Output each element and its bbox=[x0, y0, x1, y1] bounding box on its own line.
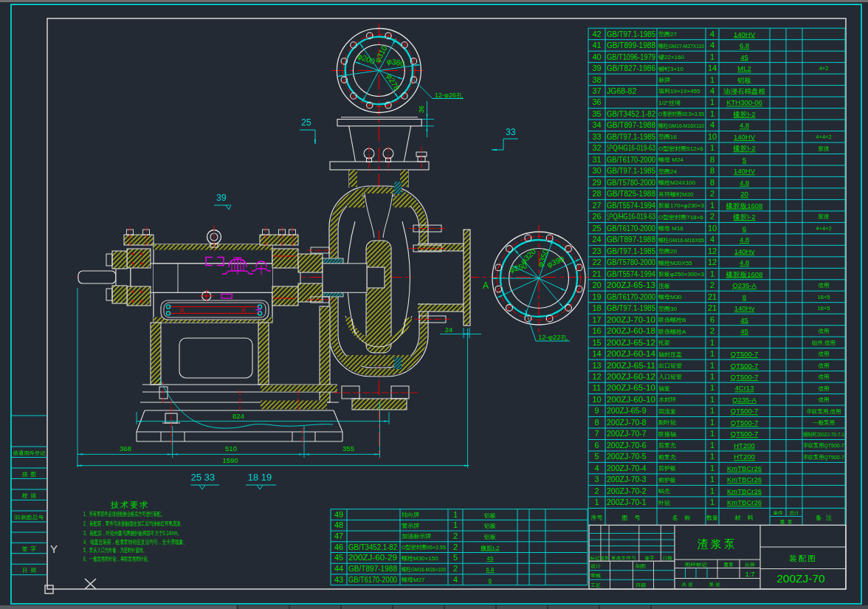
svg-text:KTH300-06: KTH300-06 bbox=[726, 98, 762, 106]
svg-text:510: 510 bbox=[225, 444, 237, 453]
svg-text:2: 2 bbox=[453, 543, 458, 551]
svg-text:38: 38 bbox=[592, 75, 601, 84]
svg-text:KmTBCr26: KmTBCr26 bbox=[727, 498, 762, 506]
svg-text:材 料: 材 料 bbox=[734, 515, 754, 521]
svg-text:34: 34 bbox=[592, 120, 601, 129]
svg-text:7: 7 bbox=[594, 429, 599, 438]
svg-text:O型密封圈95×3.55: O型密封圈95×3.55 bbox=[402, 544, 446, 551]
svg-text:1: 1 bbox=[710, 486, 714, 495]
svg-text:25 33: 25 33 bbox=[191, 472, 216, 483]
svg-text:43: 43 bbox=[334, 575, 343, 584]
svg-text:17: 17 bbox=[592, 315, 601, 324]
svg-text:5、泵从入口方向看，为逆时针旋转。: 5、泵从入口方向看，为逆时针旋转。 bbox=[83, 547, 147, 554]
svg-text:200ZJ-70-1: 200ZJ-70-1 bbox=[607, 498, 647, 506]
svg-text:标牌: 标牌 bbox=[658, 77, 670, 83]
svg-text:1590: 1590 bbox=[222, 456, 238, 464]
svg-text:前泵壳: 前泵壳 bbox=[658, 454, 676, 461]
svg-text:6: 6 bbox=[743, 224, 746, 233]
svg-text:铆钉3×10: 铆钉3×10 bbox=[658, 66, 684, 72]
svg-text:GB/T897-1988: GB/T897-1988 bbox=[607, 235, 655, 244]
svg-text:回流套: 回流套 bbox=[658, 408, 676, 415]
svg-text:重量: 重量 bbox=[724, 562, 734, 567]
svg-text:28: 28 bbox=[592, 189, 601, 198]
svg-text:45: 45 bbox=[740, 316, 748, 324]
svg-text:200ZJ-65-9: 200ZJ-65-9 bbox=[607, 406, 647, 415]
svg-text:200ZJ-60-18: 200ZJ-60-18 bbox=[607, 326, 655, 335]
svg-text:1: 1 bbox=[710, 452, 714, 461]
svg-text:签 字: 签 字 bbox=[22, 546, 37, 552]
svg-text:铝板: 铝板 bbox=[483, 523, 496, 529]
svg-text:GB/T97.1-1985: GB/T97.1-1985 bbox=[607, 166, 655, 175]
svg-text:序号: 序号 bbox=[591, 515, 603, 521]
svg-text:铝板: 铝板 bbox=[483, 512, 496, 519]
svg-text:垫圈16: 垫圈16 bbox=[658, 134, 677, 140]
svg-text:螺栓M20X55: 螺栓M20X55 bbox=[658, 260, 692, 266]
svg-text:转向牌: 转向牌 bbox=[402, 512, 419, 518]
svg-text:200ZJ-60-14: 200ZJ-60-14 bbox=[607, 349, 655, 358]
svg-text:轴套: 轴套 bbox=[658, 385, 670, 392]
svg-text:键22×160: 键22×160 bbox=[658, 54, 684, 61]
svg-text:日期: 日期 bbox=[636, 582, 646, 588]
svg-text:设计: 设计 bbox=[590, 563, 602, 568]
svg-text:3: 3 bbox=[594, 475, 599, 484]
svg-text:校 描: 校 描 bbox=[21, 492, 37, 499]
svg-text:第 张: 第 张 bbox=[709, 582, 720, 588]
svg-text:45: 45 bbox=[334, 553, 343, 562]
svg-text:橡胶I-2: 橡胶I-2 bbox=[732, 110, 755, 118]
svg-text:橡胶I-2: 橡胶I-2 bbox=[732, 213, 755, 221]
svg-text:技术要求: 技术要求 bbox=[110, 500, 149, 509]
svg-text:26: 26 bbox=[592, 212, 601, 221]
svg-text:13: 13 bbox=[592, 361, 601, 370]
svg-text:Q235-A: Q235-A bbox=[732, 396, 757, 404]
svg-text:1: 1 bbox=[710, 361, 714, 370]
svg-text:24: 24 bbox=[445, 326, 453, 334]
svg-text:GB/T3452.1-82: GB/T3452.1-82 bbox=[348, 543, 397, 551]
svg-text:联接轴: 联接轴 bbox=[658, 431, 676, 438]
svg-text:1: 1 bbox=[710, 143, 714, 152]
svg-text:GB/T825-1988: GB/T825-1988 bbox=[607, 189, 655, 198]
svg-text:200ZJ-70-4: 200ZJ-70-4 bbox=[607, 464, 647, 472]
svg-text:41: 41 bbox=[592, 41, 601, 49]
svg-text:填料19×19×455: 填料19×19×455 bbox=[658, 88, 700, 94]
svg-text:36: 36 bbox=[592, 97, 601, 106]
svg-text:胶板φ250×300×3: 胶板φ250×300×3 bbox=[658, 271, 705, 278]
svg-text:借通用件登记: 借通用件登记 bbox=[13, 450, 46, 456]
svg-text:QT500-7: QT500-7 bbox=[731, 362, 759, 370]
svg-text:25: 25 bbox=[301, 117, 311, 128]
svg-text:名 称: 名 称 bbox=[672, 515, 691, 521]
svg-text:沪Q/HG16-019-63: 沪Q/HG16-019-63 bbox=[607, 212, 655, 221]
svg-text:橡胶板1608: 橡胶板1608 bbox=[726, 270, 763, 278]
svg-text:GB/T897-1988: GB/T897-1988 bbox=[607, 120, 655, 129]
svg-text:47: 47 bbox=[334, 531, 343, 540]
svg-text:12-φ26孔: 12-φ26孔 bbox=[435, 92, 464, 99]
svg-text:9: 9 bbox=[594, 406, 599, 415]
svg-text:装配图: 装配图 bbox=[789, 554, 817, 562]
svg-text:4: 4 bbox=[710, 235, 714, 244]
svg-text:22: 22 bbox=[592, 258, 601, 266]
svg-text:Y: Y bbox=[50, 543, 58, 555]
svg-text:140Hv: 140Hv bbox=[734, 304, 755, 312]
svg-text:200ZJ-70: 200ZJ-70 bbox=[776, 572, 825, 585]
svg-text:6: 6 bbox=[594, 441, 599, 450]
svg-text:5: 5 bbox=[743, 156, 746, 164]
svg-text:8: 8 bbox=[743, 293, 746, 301]
svg-text:借用: 借用 bbox=[819, 385, 830, 392]
svg-text:螺母M27: 螺母M27 bbox=[402, 577, 425, 583]
svg-text:1: 1 bbox=[710, 441, 714, 450]
svg-text:油浸石棉盘根: 油浸石棉盘根 bbox=[723, 87, 766, 95]
svg-text:48: 48 bbox=[334, 520, 343, 529]
svg-text:1: 1 bbox=[594, 498, 599, 506]
svg-text:螺柱GM16-M16X110: 螺柱GM16-M16X110 bbox=[658, 123, 704, 129]
svg-text:12: 12 bbox=[708, 258, 717, 266]
svg-text:14: 14 bbox=[592, 349, 601, 358]
svg-text:GB/T97.1-1985: GB/T97.1-1985 bbox=[607, 30, 655, 38]
svg-text:4: 4 bbox=[710, 30, 714, 38]
svg-text:4Cr13: 4Cr13 bbox=[735, 384, 754, 392]
svg-text:4+4+2: 4+4+2 bbox=[816, 225, 831, 232]
svg-text:串联泵用,借用: 串联泵用,借用 bbox=[806, 408, 841, 415]
svg-text:胶接: 胶接 bbox=[819, 145, 830, 152]
svg-text:23: 23 bbox=[592, 247, 601, 255]
svg-text:1: 1 bbox=[710, 52, 714, 61]
svg-text:1: 1 bbox=[710, 418, 714, 427]
svg-text:托架: 托架 bbox=[658, 340, 670, 346]
